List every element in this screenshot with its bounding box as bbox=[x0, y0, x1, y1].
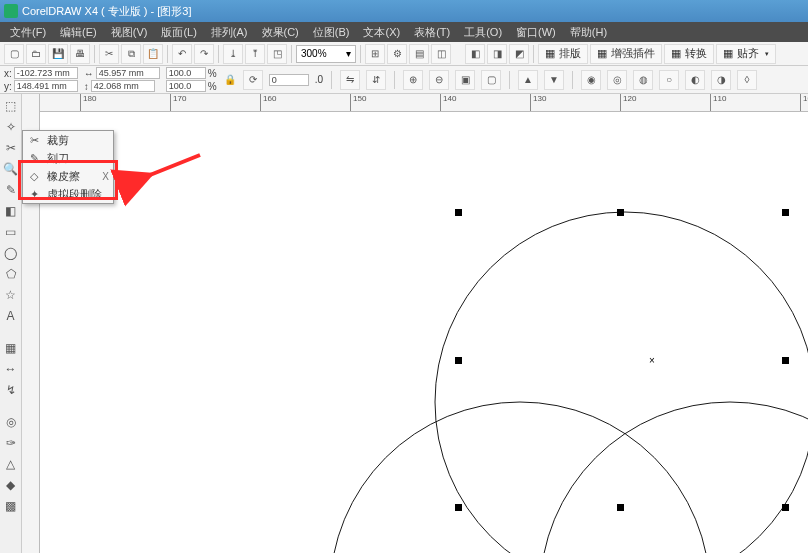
docker-button[interactable]: ▤ bbox=[409, 44, 429, 64]
convert-dropdown[interactable]: ▦ 转换 bbox=[664, 44, 714, 64]
standard-toolbar: ▢ 🗀 💾 🖶 ✂ ⧉ 📋 ↶ ↷ ⤓ ⤒ ◳ 300%▾ ⊞ ⚙ ▤ ◫ ◧ … bbox=[0, 42, 808, 66]
freehand-tool[interactable]: ✎ bbox=[1, 180, 21, 200]
ungroup-button[interactable]: ▢ bbox=[481, 70, 501, 90]
dimension-tool[interactable]: ↔ bbox=[1, 359, 21, 379]
undo-button[interactable]: ↶ bbox=[172, 44, 192, 64]
shape-tool[interactable]: ✧ bbox=[1, 117, 21, 137]
selection-handle[interactable] bbox=[782, 504, 789, 511]
zoom-level-select[interactable]: 300%▾ bbox=[296, 45, 356, 63]
outline-tool[interactable]: △ bbox=[1, 454, 21, 474]
toolbar-separator bbox=[167, 45, 168, 63]
snap-dropdown[interactable]: ▦ 贴齐 bbox=[716, 44, 776, 64]
simplify-button[interactable]: ○ bbox=[659, 70, 679, 90]
eraser-tool[interactable]: ◇橡皮擦X bbox=[23, 167, 113, 185]
save-button[interactable]: 💾 bbox=[48, 44, 68, 64]
group-button[interactable]: ▣ bbox=[455, 70, 475, 90]
print-button[interactable]: 🖶 bbox=[70, 44, 90, 64]
width-input[interactable]: 45.957 mm bbox=[96, 67, 160, 79]
cut-button[interactable]: ✂ bbox=[99, 44, 119, 64]
x-position-input[interactable]: -102.723 mm bbox=[14, 67, 78, 79]
menu-文件[interactable]: 文件(F) bbox=[4, 23, 52, 42]
table-tool[interactable]: ▦ bbox=[1, 338, 21, 358]
addins-dropdown[interactable]: ▦ 增强插件 bbox=[590, 44, 662, 64]
back-minus-front-button[interactable]: ◑ bbox=[711, 70, 731, 90]
height-input[interactable]: 42.068 mm bbox=[91, 80, 155, 92]
rotation-input[interactable]: 0 bbox=[269, 74, 309, 86]
toolbar-separator bbox=[360, 45, 361, 63]
menu-位图[interactable]: 位图(B) bbox=[307, 23, 356, 42]
y-position-input[interactable]: 148.491 mm bbox=[14, 80, 78, 92]
selection-handle[interactable] bbox=[617, 504, 624, 511]
zoom-tool[interactable]: 🔍 bbox=[1, 159, 21, 179]
ruler-tick: 170 bbox=[170, 94, 186, 111]
ellipse-tool[interactable]: ◯ bbox=[1, 243, 21, 263]
selection-handle[interactable] bbox=[455, 357, 462, 364]
menu-版面[interactable]: 版面(L) bbox=[155, 23, 202, 42]
menu-编辑[interactable]: 编辑(E) bbox=[54, 23, 103, 42]
basic-shapes-tool[interactable]: ☆ bbox=[1, 285, 21, 305]
menu-排列[interactable]: 排列(A) bbox=[205, 23, 254, 42]
selection-center[interactable]: × bbox=[649, 355, 655, 366]
break-button[interactable]: ⊖ bbox=[429, 70, 449, 90]
trim-button[interactable]: ◎ bbox=[607, 70, 627, 90]
open-button[interactable]: 🗀 bbox=[26, 44, 46, 64]
selection-handle[interactable] bbox=[455, 209, 462, 216]
selection-handle[interactable] bbox=[617, 209, 624, 216]
zoom-value: 300% bbox=[301, 48, 327, 59]
scale-y-input[interactable]: 100.0 bbox=[166, 80, 206, 92]
knife-tool[interactable]: ✎刻刀 bbox=[23, 149, 113, 167]
fill-tool[interactable]: ◆ bbox=[1, 475, 21, 495]
copy-button[interactable]: ⧉ bbox=[121, 44, 141, 64]
new-button[interactable]: ▢ bbox=[4, 44, 24, 64]
drawing-canvas[interactable]: × bbox=[40, 112, 808, 553]
align-center-button[interactable]: ◨ bbox=[487, 44, 507, 64]
align-left-button[interactable]: ◧ bbox=[465, 44, 485, 64]
crop-tool-group[interactable]: ✂ bbox=[1, 138, 21, 158]
hints-button[interactable]: ◫ bbox=[431, 44, 451, 64]
paste-button[interactable]: 📋 bbox=[143, 44, 163, 64]
menu-文本[interactable]: 文本(X) bbox=[357, 23, 406, 42]
options-button[interactable]: ⚙ bbox=[387, 44, 407, 64]
lock-ratio-toggle[interactable]: 🔒 bbox=[223, 67, 237, 93]
blend-tool[interactable]: ◎ bbox=[1, 412, 21, 432]
connector-tool[interactable]: ↯ bbox=[1, 380, 21, 400]
intersect-button[interactable]: ◍ bbox=[633, 70, 653, 90]
menu-效果[interactable]: 效果(C) bbox=[256, 23, 305, 42]
menu-工具[interactable]: 工具(O) bbox=[458, 23, 508, 42]
weld-button[interactable]: ◉ bbox=[581, 70, 601, 90]
mirror-h-button[interactable]: ⇋ bbox=[340, 70, 360, 90]
to-front-button[interactable]: ▲ bbox=[518, 70, 538, 90]
export-button[interactable]: ⤒ bbox=[245, 44, 265, 64]
combine-button[interactable]: ⊕ bbox=[403, 70, 423, 90]
redo-button[interactable]: ↷ bbox=[194, 44, 214, 64]
interactive-fill-tool[interactable]: ▩ bbox=[1, 496, 21, 516]
launch-button[interactable]: ◳ bbox=[267, 44, 287, 64]
arrange-dropdown[interactable]: ▦ 排版 bbox=[538, 44, 588, 64]
mirror-v-button[interactable]: ⇵ bbox=[366, 70, 386, 90]
menu-帮助[interactable]: 帮助(H) bbox=[564, 23, 613, 42]
text-tool[interactable]: A bbox=[1, 306, 21, 326]
horizontal-ruler[interactable]: 180170160150140130120110100 bbox=[40, 94, 808, 112]
selection-handle[interactable] bbox=[455, 504, 462, 511]
selection-handle[interactable] bbox=[782, 209, 789, 216]
front-minus-back-button[interactable]: ◐ bbox=[685, 70, 705, 90]
rectangle-tool[interactable]: ▭ bbox=[1, 222, 21, 242]
align-right-button[interactable]: ◩ bbox=[509, 44, 529, 64]
menu-窗口[interactable]: 窗口(W) bbox=[510, 23, 562, 42]
snap-to-button[interactable]: ⊞ bbox=[365, 44, 385, 64]
polygon-tool[interactable]: ⬠ bbox=[1, 264, 21, 284]
canvas-area[interactable]: 180170160150140130120110100 × bbox=[22, 94, 808, 553]
pick-tool[interactable]: ⬚ bbox=[1, 96, 21, 116]
scale-x-input[interactable]: 100.0 bbox=[166, 67, 206, 79]
eyedropper-tool[interactable]: ✑ bbox=[1, 433, 21, 453]
menu-表格[interactable]: 表格(T) bbox=[408, 23, 456, 42]
import-button[interactable]: ⤓ bbox=[223, 44, 243, 64]
virtual-segment-delete-tool[interactable]: ✦虚拟段删除 bbox=[23, 185, 113, 203]
crop-tool[interactable]: ✂裁剪 bbox=[23, 131, 113, 149]
menu-视图[interactable]: 视图(V) bbox=[105, 23, 154, 42]
smart-fill-tool[interactable]: ◧ bbox=[1, 201, 21, 221]
boundary-button[interactable]: ◊ bbox=[737, 70, 757, 90]
selection-handle[interactable] bbox=[782, 357, 789, 364]
to-back-button[interactable]: ▼ bbox=[544, 70, 564, 90]
knife-tool-icon: ✎ bbox=[27, 152, 41, 165]
